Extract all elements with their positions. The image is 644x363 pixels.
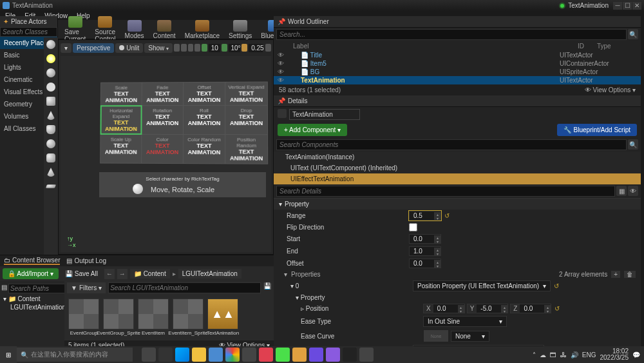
nav-fwd[interactable]: → (117, 269, 128, 279)
anim-cell-offset[interactable]: OffsetTEXTANIMATION (184, 83, 225, 105)
tray-speaker-icon[interactable]: 🔊 (571, 351, 578, 358)
edge-icon[interactable] (175, 348, 189, 362)
vp-snap-scale[interactable]: 0.25 (249, 44, 263, 52)
anim-cell-rotation[interactable]: RotationTEXTANIMATION (142, 106, 183, 134)
add-component-button[interactable]: + Add Component ▾ (278, 124, 347, 136)
add-import-button[interactable]: 🔒 Add/Import ▾ (3, 268, 59, 279)
vp-scale-mode[interactable] (194, 44, 200, 52)
comp-effect-text-anim[interactable]: UIEffectTextAnimation (274, 173, 641, 184)
ease-dropdown-0[interactable]: In Out Sine▾ (423, 316, 507, 327)
explorer-icon[interactable] (192, 348, 206, 362)
shape-cyl[interactable] (44, 123, 58, 137)
blueprint-add-script-button[interactable]: 🔧Blueprint/Add Script (557, 124, 637, 136)
vp-snap-rot[interactable]: 10° (229, 44, 241, 52)
vp-snap-toggle[interactable] (202, 44, 207, 52)
array-add-button[interactable]: + (611, 271, 620, 278)
visibility-icon[interactable]: 👁 (278, 77, 288, 84)
offset-spinner[interactable]: 0.0▴▾ (409, 259, 441, 268)
component-search-btn[interactable]: 🔍 (628, 139, 638, 150)
anim-cell-color[interactable]: ColorTEXTANIMATION (142, 135, 183, 163)
flip-direction-checkbox[interactable] (409, 223, 417, 231)
vp-select-mode[interactable] (174, 44, 180, 52)
vs-icon[interactable] (309, 348, 323, 362)
shape-cone[interactable] (44, 108, 58, 123)
tray-net-icon[interactable]: 🖧 (560, 351, 567, 358)
curve-thumb-0[interactable]: None (423, 329, 449, 342)
asset-search[interactable] (108, 282, 261, 293)
breadcrumb-folder[interactable]: LGUITextAnimation (178, 269, 242, 279)
close-button[interactable]: ✕ (632, 2, 641, 10)
range-spinner[interactable]: 0.5▴▾ (409, 211, 441, 221)
gear-icon[interactable] (359, 348, 374, 362)
taskbar-clock[interactable]: 18:022022/3/25 (600, 348, 629, 361)
content-button[interactable]: Content (149, 19, 180, 41)
settings-button[interactable]: Settings (225, 19, 256, 41)
vp-move-mode[interactable] (181, 44, 187, 52)
anim-cell-scale-up[interactable]: Scale UpTEXTANIMATION (100, 135, 141, 163)
tray-vol-icon[interactable]: 🗔 (550, 351, 556, 358)
viewport-scene[interactable]: ScaleTEXTANIMATIONFadeTEXTANIMATIONOffse… (61, 56, 271, 252)
reset-icon[interactable]: ↺ (443, 212, 451, 219)
component-search[interactable] (276, 139, 627, 150)
outliner-row-title[interactable]: 👁📄 TitleUITextActor (274, 51, 641, 59)
chrome-icon[interactable] (225, 348, 240, 362)
reset-icon[interactable]: ↺ (553, 305, 561, 312)
breadcrumb-content[interactable]: 📁 Content (130, 269, 170, 279)
vp-snap-rot-toggle[interactable] (222, 44, 227, 52)
prop-view-matrix[interactable]: ▦ (616, 186, 627, 196)
shape-sphere[interactable] (44, 66, 58, 80)
asset-eventgroup[interactable]: EventGroup (68, 299, 99, 337)
vp-perspective[interactable]: Perspective (73, 43, 114, 53)
pos-z[interactable]: Z0.0▴▾ (510, 304, 551, 313)
visibility-icon[interactable]: 👁 (278, 52, 288, 59)
maximize-button[interactable]: ☐ (623, 2, 632, 10)
details-search[interactable] (276, 186, 615, 197)
shape-empty[interactable] (44, 37, 58, 52)
steam-icon[interactable] (242, 348, 256, 362)
asset-eventitem_sprite[interactable]: EventItem_Sprite (173, 299, 204, 337)
shape-point[interactable] (44, 52, 58, 66)
actor-name-input[interactable] (289, 109, 360, 120)
vp-maximize[interactable] (265, 44, 271, 52)
anim-cell-drop[interactable]: DropTEXTANIMATION (225, 106, 267, 134)
prop-group-property[interactable]: ▾ Property (274, 199, 641, 210)
outliner-row-bg[interactable]: 👁📄 BGUISpriteActor (274, 68, 641, 76)
comp-uitext[interactable]: UIText (UITextComponent) (Inherited) (274, 162, 641, 173)
tray-lang[interactable]: ENG (582, 351, 596, 358)
tree-toggle[interactable]: ▤ (1, 284, 7, 293)
shape-cube[interactable] (44, 94, 58, 108)
calendar-icon[interactable] (209, 348, 223, 362)
modes-button[interactable]: Modes (121, 19, 148, 41)
ue-taskbar-icon[interactable] (343, 348, 357, 362)
shape-bulb[interactable] (44, 80, 58, 94)
anim-cell-color-random[interactable]: Color RandomTEXTANIMATION (184, 135, 225, 163)
end-spinner[interactable]: 1.0▴▾ (409, 246, 441, 256)
comp-root[interactable]: TextAnimation(Instance) (274, 152, 641, 162)
netease-icon[interactable] (259, 348, 273, 362)
app-square-icon[interactable] (158, 348, 173, 362)
visibility-icon[interactable]: 👁 (278, 68, 288, 75)
pos-x[interactable]: X0.0▴▾ (423, 304, 465, 313)
tab-output-log[interactable]: ▤Output Log (66, 257, 106, 265)
anim-cell-roll[interactable]: RollTEXTANIMATION (184, 106, 225, 134)
tree-node-folder[interactable]: LGUITextAnimation (1, 303, 63, 311)
shape-cone2[interactable] (44, 165, 58, 179)
shape-cyl2[interactable] (44, 151, 58, 165)
vs2-icon[interactable] (326, 348, 340, 362)
asset-save-btn[interactable]: 💾 (263, 282, 271, 293)
outliner-search-btn[interactable]: 🔍 (628, 29, 638, 39)
anim-cell-position-random[interactable]: Position RandomTEXTANIMATION (225, 135, 267, 164)
vp-show[interactable]: Show (144, 43, 173, 53)
fox-icon[interactable] (292, 348, 307, 362)
start-spinner[interactable]: 0.0▴▾ (409, 234, 441, 244)
taskbar-search[interactable]: 🔍 在这里输入你要搜索的内容 (17, 348, 133, 362)
vp-snap-pos[interactable]: 10 (209, 44, 220, 52)
tray-chevron-icon[interactable]: ˄ (533, 351, 536, 358)
asset-textanimation[interactable]: ▲▲TextAnimation (207, 299, 238, 337)
filters-button[interactable]: ▼ Filters ▾ (67, 282, 106, 293)
anim-cell-vertical-expand[interactable]: Vertical ExpandTEXTANIMATION (225, 83, 267, 105)
shape-plane[interactable] (44, 179, 58, 193)
outliner-row-item5[interactable]: 👁📄 Item5UIContainerActor (274, 59, 641, 68)
pin-icon[interactable]: 📌 (278, 18, 285, 25)
visibility-icon[interactable]: 👁 (278, 60, 288, 67)
